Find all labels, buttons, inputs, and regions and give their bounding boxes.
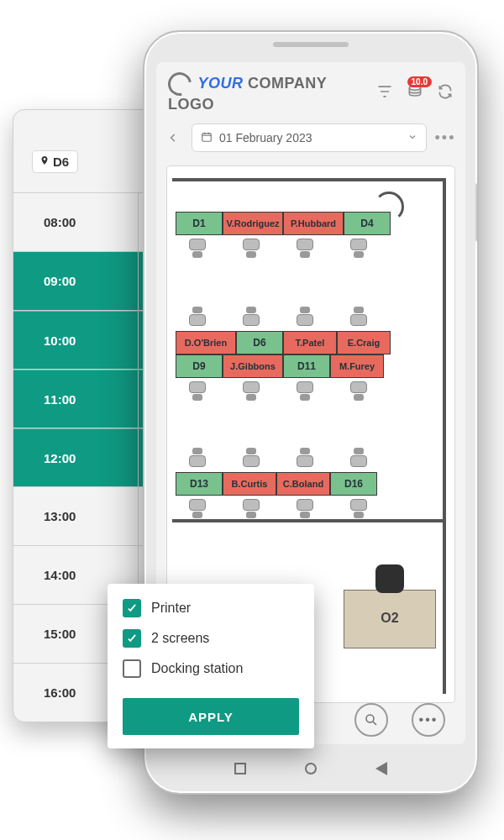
refresh-icon[interactable] — [437, 83, 454, 103]
phone-side-button — [475, 183, 479, 242]
selected-desk-label: D6 — [53, 155, 69, 169]
date-bar: 01 February 2023 ••• — [156, 120, 465, 160]
desk-occupied[interactable]: B.Curtis — [223, 472, 276, 496]
office-chair-right — [375, 564, 404, 593]
coins-badge: 10.0 — [407, 76, 432, 87]
desk-d9[interactable]: D9 — [176, 354, 223, 378]
filter-option-label: Docking station — [151, 661, 243, 676]
chair-icon — [239, 447, 263, 467]
chair-icon — [347, 447, 370, 467]
desk-occupied[interactable]: C.Boland — [276, 472, 330, 496]
desk-row-3: D13B.CurtisC.BolandD16 — [176, 472, 377, 496]
phone-speaker — [273, 42, 349, 47]
office-label: O2 — [381, 611, 398, 626]
chevron-down-icon — [407, 131, 417, 144]
chair-icon — [186, 447, 209, 467]
chair-icon — [347, 381, 370, 402]
desk-occupied[interactable]: V.Rodriguez — [223, 212, 283, 235]
time-slot[interactable]: 09:00 — [13, 252, 155, 311]
svg-point-2 — [366, 715, 374, 722]
desk-occupied[interactable]: T.Patel — [283, 331, 337, 354]
selected-desk-chip[interactable]: D6 — [32, 150, 78, 173]
wall-right — [443, 178, 446, 694]
desk-occupied[interactable]: E.Craig — [337, 331, 391, 354]
desk-occupied[interactable]: D.O'Brien — [176, 331, 236, 354]
coins-icon[interactable]: 10.0 — [407, 83, 423, 103]
chair-icon — [293, 447, 317, 467]
svg-rect-1 — [202, 133, 212, 140]
date-field[interactable]: 01 February 2023 — [192, 123, 427, 152]
pin-icon — [39, 155, 50, 169]
chair-icon — [239, 499, 263, 519]
desk-d13[interactable]: D13 — [176, 472, 223, 496]
filter-option[interactable]: Docking station — [123, 659, 299, 678]
time-slot[interactable]: 11:00 — [13, 370, 155, 428]
top-bar: YOUR COMPANY LOGO 10.0 — [156, 62, 465, 120]
filter-option[interactable]: 2 screens — [123, 629, 299, 648]
checkbox[interactable] — [123, 629, 141, 648]
desk-occupied[interactable]: J.Gibbons — [223, 354, 283, 378]
date-back-button[interactable] — [161, 126, 185, 150]
desk-occupied[interactable]: M.Furey — [330, 354, 384, 378]
desk-d16[interactable]: D16 — [330, 472, 377, 496]
chair-icon — [293, 381, 317, 402]
desk-occupied[interactable]: P.Hubbard — [283, 212, 344, 235]
time-slot[interactable]: 08:00 — [13, 193, 155, 252]
desk-row-1: D1V.RodriguezP.HubbardD4 — [176, 212, 391, 235]
apply-button[interactable]: APPLY — [123, 698, 299, 735]
time-slot[interactable]: 10:00 — [13, 311, 155, 370]
android-nav-keys — [144, 756, 477, 781]
filter-icon[interactable] — [376, 83, 393, 103]
time-slot[interactable]: 12:00 — [13, 428, 155, 487]
checkbox[interactable] — [123, 659, 141, 678]
chair-icon — [186, 499, 209, 519]
desk-d6[interactable]: D6 — [236, 331, 283, 354]
wall-top — [172, 178, 446, 181]
more-button[interactable]: ••• — [433, 129, 457, 147]
date-text: 01 February 2023 — [219, 131, 312, 144]
filter-popover: Printer2 screensDocking station APPLY — [108, 584, 314, 748]
chair-icon — [239, 239, 263, 259]
chair-icon — [347, 306, 370, 326]
chair-icon — [293, 239, 317, 259]
filter-option-label: Printer — [151, 601, 191, 616]
checkbox[interactable] — [123, 599, 141, 617]
chair-icon — [239, 306, 263, 326]
logo-text-company: COMPANY LOGO — [168, 75, 327, 113]
chair-icon — [239, 381, 263, 402]
calendar-icon — [201, 131, 213, 145]
chair-icon — [293, 306, 317, 326]
chair-icon — [186, 239, 209, 259]
chair-icon — [347, 239, 370, 259]
door-arc — [374, 192, 404, 222]
options-button[interactable]: ••• — [412, 703, 445, 737]
desk-d11[interactable]: D11 — [283, 354, 330, 378]
logo-text-your: YOUR — [198, 75, 244, 92]
chair-icon — [347, 499, 370, 519]
chair-icon — [186, 381, 209, 402]
zoom-button[interactable] — [354, 703, 388, 737]
desk-row-2a: D.O'BrienD6T.PatelE.Craig — [176, 331, 391, 354]
company-logo: YOUR COMPANY LOGO — [168, 72, 376, 113]
office-o2[interactable]: O2 — [344, 590, 436, 648]
nav-back-icon[interactable] — [375, 762, 387, 775]
filter-option[interactable]: Printer — [123, 599, 299, 617]
filter-option-label: 2 screens — [151, 631, 209, 646]
desk-row-2b: D9J.GibbonsD11M.Furey — [176, 354, 384, 378]
chair-icon — [293, 499, 317, 519]
nav-home-icon[interactable] — [305, 763, 317, 774]
nav-recent-icon[interactable] — [234, 763, 246, 774]
desk-d1[interactable]: D1 — [176, 212, 223, 235]
wall-mid — [172, 519, 446, 522]
chair-icon — [186, 306, 209, 326]
time-slot[interactable]: 13:00 — [13, 487, 155, 546]
